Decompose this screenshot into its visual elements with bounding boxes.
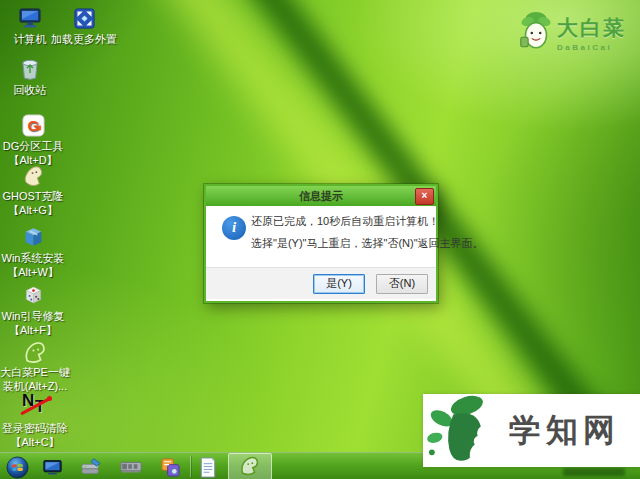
nt-password-icon: NT [20, 394, 50, 420]
win-boot-repair-icon [22, 282, 45, 308]
icon-label: DG分区工具 [3, 140, 64, 152]
dialog-message: 还原已完成，10秒后自动重启计算机！ 选择"是(Y)"马上重启，选择"否(N)"… [251, 210, 430, 254]
icon-label: 登录密码清除 [2, 422, 68, 434]
desktop-icon-dg-partition-tool[interactable]: G DG分区工具 【Alt+D】 [0, 112, 66, 166]
taskbar-display-icon[interactable] [40, 455, 64, 479]
icon-label-hotkey: 【Alt+G】 [8, 204, 58, 216]
icon-label-hotkey: 【Alt+C】 [10, 436, 59, 448]
icon-label: Win引导修复 [2, 310, 65, 322]
close-icon[interactable]: × [415, 188, 434, 205]
computer-icon [18, 5, 42, 31]
win-install-icon [23, 224, 44, 250]
dialog-body: i 还原已完成，10秒后自动重启计算机！ 选择"是(Y)"马上重启，选择"否(N… [206, 206, 436, 299]
recycle-bin-icon [20, 56, 40, 82]
desktop-icon-password-clear[interactable]: NT 登录密码清除 【Alt+C】 [0, 394, 70, 448]
taskbar-dabaicai-pe-button[interactable] [228, 453, 272, 479]
icon-label: GHOST克隆 [2, 190, 63, 202]
icon-label-hotkey: 【Alt+W】 [7, 266, 59, 278]
taskbar-tray-clock-area[interactable] [563, 468, 625, 476]
dabaicai-ghost-icon [239, 453, 261, 479]
icon-label-hotkey: 装机(Alt+Z)... [3, 380, 67, 392]
taskbar-divider [190, 456, 191, 477]
desktop-icon-win-boot-repair[interactable]: Win引导修复 【Alt+F】 [0, 282, 66, 336]
load-more-icon [74, 5, 95, 31]
brand-subtitle: DaBaiCai [557, 43, 626, 52]
taskbar-utility-icon[interactable] [158, 455, 182, 479]
dabaicai-mascot-icon [520, 10, 552, 56]
watermark-xuezhiwang: 学知网 [423, 394, 640, 467]
desktop-icon-dabaicai-pe-installer[interactable]: 大白菜PE一键 装机(Alt+Z)... [0, 338, 70, 392]
watermark-text: 学知网 [509, 409, 620, 453]
dialog-message-line1: 还原已完成，10秒后自动重启计算机！ [251, 210, 430, 232]
icon-label: 大白菜PE一键 [0, 366, 70, 378]
brand-title: 大白菜 [557, 14, 626, 42]
yes-button[interactable]: 是(Y) [313, 274, 365, 294]
no-button[interactable]: 否(N) [376, 274, 428, 294]
dabaicai-ghost-icon [23, 338, 48, 364]
icon-label: 回收站 [14, 84, 47, 96]
svg-text:G: G [27, 116, 39, 133]
desktop-icon-ghost-clone[interactable]: GHOST克隆 【Alt+G】 [0, 162, 66, 216]
icon-label: Win系统安装 [2, 252, 65, 264]
taskbar-memory-chip-icon[interactable] [119, 455, 143, 479]
info-icon: i [222, 216, 246, 240]
desktop-icon-win-install[interactable]: Win系统安装 【Alt+W】 [0, 224, 66, 278]
icon-label: 计算机 [14, 33, 47, 45]
desktop: 计算机 加载更多外置 回收站 G DG分区工具 【Alt+D】 GHOST克隆 … [0, 0, 640, 479]
desktop-icon-load-more-external[interactable]: 加载更多外置 [45, 5, 123, 45]
start-button[interactable] [5, 455, 29, 479]
taskbar-disk-tool-icon[interactable] [79, 455, 103, 479]
ghost-clone-icon [22, 162, 45, 188]
dialog-footer: 是(Y) 否(N) [206, 267, 436, 299]
message-dialog: 信息提示 × i 还原已完成，10秒后自动重启计算机！ 选择"是(Y)"马上重启… [204, 184, 438, 303]
icon-label-hotkey: 【Alt+F】 [9, 324, 57, 336]
dg-tool-icon: G [22, 112, 45, 138]
xuezhiwang-leaf-logo [423, 393, 503, 469]
taskbar-notepad-icon[interactable] [196, 455, 220, 479]
dabaicai-brand: 大白菜 DaBaiCai [520, 10, 626, 56]
dialog-titlebar[interactable]: 信息提示 × [206, 186, 436, 206]
dialog-title: 信息提示 [299, 189, 343, 204]
dialog-message-line2: 选择"是(Y)"马上重启，选择"否(N)"返回主界面。 [251, 232, 430, 254]
desktop-icon-recycle-bin[interactable]: 回收站 [0, 56, 60, 96]
icon-label: 加载更多外置 [51, 33, 117, 45]
